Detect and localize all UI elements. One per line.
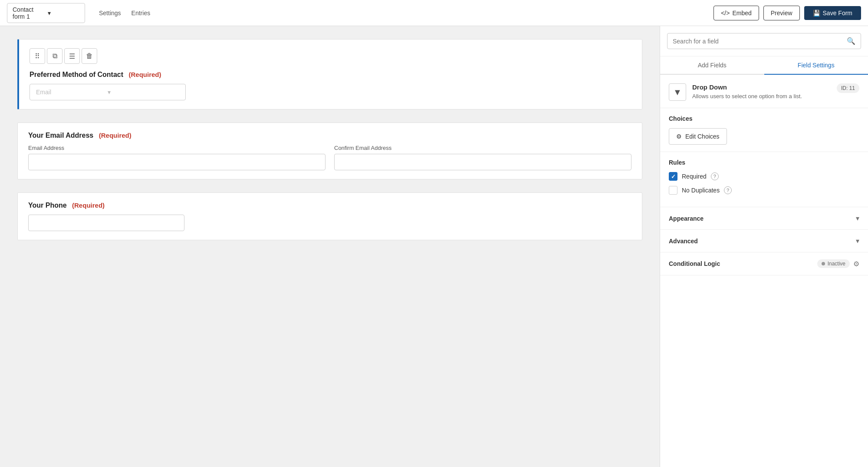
embed-code-icon: </> bbox=[721, 10, 730, 17]
email-label: Your Email Address (Required) bbox=[28, 132, 631, 139]
dropdown-field[interactable]: Email ▾ bbox=[30, 84, 186, 100]
required-label: Required bbox=[682, 173, 707, 180]
email-address-input[interactable] bbox=[28, 154, 326, 170]
email-sub-label: Email Address bbox=[28, 145, 326, 151]
chevron-down-icon: ▾ bbox=[48, 10, 79, 17]
save-icon: 💾 bbox=[813, 10, 820, 17]
nav-settings[interactable]: Settings bbox=[99, 8, 121, 18]
tab-field-settings[interactable]: Field Settings bbox=[764, 56, 868, 75]
search-input[interactable] bbox=[673, 38, 843, 45]
no-duplicates-label: No Duplicates bbox=[682, 187, 720, 194]
confirm-email-col: Confirm Email Address bbox=[334, 145, 631, 170]
preferred-contact-label: Preferred Method of Contact (Required) bbox=[30, 71, 631, 79]
field-type-icon: ▼ bbox=[669, 83, 686, 101]
conditional-logic-section[interactable]: Conditional Logic Inactive ⚙ bbox=[660, 252, 868, 275]
form-name: Contact form 1 bbox=[13, 6, 44, 20]
chevron-down-icon: ▾ bbox=[108, 89, 179, 96]
conditional-logic-label: Conditional Logic bbox=[669, 260, 720, 267]
nav-entries[interactable]: Entries bbox=[132, 8, 151, 18]
drag-handle-button[interactable]: ⠿ bbox=[30, 48, 45, 64]
edit-choices-label: Edit Choices bbox=[685, 133, 720, 140]
required-badge: (Required) bbox=[72, 202, 105, 209]
chevron-down-icon: ▾ bbox=[856, 237, 859, 245]
email-row: Email Address Confirm Email Address bbox=[28, 145, 631, 170]
header-actions: </> Embed Preview 💾 Save Form bbox=[713, 6, 861, 20]
inactive-dot bbox=[822, 262, 825, 265]
required-badge: (Required) bbox=[128, 71, 161, 78]
dropdown-value: Email bbox=[36, 89, 108, 96]
phone-label: Your Phone (Required) bbox=[28, 202, 631, 209]
rule-required-item: Required ? bbox=[669, 172, 859, 181]
choices-section: Choices ⚙ Edit Choices bbox=[660, 108, 868, 152]
save-button[interactable]: 💾 Save Form bbox=[804, 6, 861, 20]
email-address-col: Email Address bbox=[28, 145, 326, 170]
gear-icon: ⚙ bbox=[676, 133, 682, 140]
field-block-phone: Your Phone (Required) bbox=[17, 192, 642, 240]
choices-label: Choices bbox=[669, 115, 859, 122]
confirm-email-sub-label: Confirm Email Address bbox=[334, 145, 631, 151]
required-badge: (Required) bbox=[99, 132, 132, 139]
phone-input[interactable] bbox=[28, 215, 184, 231]
no-duplicates-help-icon[interactable]: ? bbox=[724, 186, 732, 194]
field-settings-button[interactable]: ☰ bbox=[64, 48, 80, 64]
trash-icon: 🗑 bbox=[86, 52, 93, 60]
field-block-email: Your Email Address (Required) Email Addr… bbox=[17, 123, 642, 179]
search-field[interactable]: 🔍 bbox=[667, 33, 861, 49]
duplicate-button[interactable]: ⧉ bbox=[47, 48, 62, 64]
conditional-right: Inactive ⚙ bbox=[817, 259, 859, 268]
drag-icon: ⠿ bbox=[35, 52, 40, 60]
field-info-text: Drop Down Allows users to select one opt… bbox=[692, 83, 802, 100]
field-label-text: Your Phone bbox=[28, 202, 67, 209]
header-nav: Settings Entries bbox=[99, 8, 150, 18]
field-info: ▼ Drop Down Allows users to select one o… bbox=[660, 75, 868, 108]
tab-add-fields[interactable]: Add Fields bbox=[660, 56, 764, 75]
field-block-preferred-contact: ⠿ ⧉ ☰ 🗑 Preferred Method of Contact (Req… bbox=[17, 39, 642, 109]
appearance-section[interactable]: Appearance ▾ bbox=[660, 207, 868, 230]
advanced-section[interactable]: Advanced ▾ bbox=[660, 230, 868, 252]
field-label-text: Preferred Method of Contact bbox=[30, 71, 123, 78]
field-toolbar: ⠿ ⧉ ☰ 🗑 bbox=[30, 48, 631, 64]
field-id-badge: ID: 11 bbox=[837, 83, 859, 93]
required-help-icon[interactable]: ? bbox=[711, 172, 719, 180]
appearance-label: Appearance bbox=[669, 215, 704, 222]
field-label-text: Your Email Address bbox=[28, 132, 93, 139]
preview-button[interactable]: Preview bbox=[763, 6, 800, 20]
settings-icon: ☰ bbox=[69, 52, 75, 60]
chevron-down-icon: ▾ bbox=[856, 214, 859, 222]
rules-label: Rules bbox=[669, 159, 859, 166]
embed-button[interactable]: </> Embed bbox=[713, 6, 759, 20]
rules-section: Rules Required ? No Duplicates ? bbox=[660, 152, 868, 207]
form-selector[interactable]: Contact form 1 ▾ bbox=[7, 3, 85, 23]
edit-choices-button[interactable]: ⚙ Edit Choices bbox=[669, 128, 727, 145]
field-type-name: Drop Down bbox=[692, 83, 802, 91]
no-duplicates-checkbox[interactable] bbox=[669, 186, 677, 195]
save-label: Save Form bbox=[823, 10, 852, 17]
field-type-description: Allows users to select one option from a… bbox=[692, 93, 802, 100]
app-header: Contact form 1 ▾ Settings Entries </> Em… bbox=[0, 0, 868, 26]
gear-icon[interactable]: ⚙ bbox=[853, 260, 859, 268]
inactive-label: Inactive bbox=[828, 261, 845, 267]
search-icon: 🔍 bbox=[847, 37, 855, 45]
confirm-email-input[interactable] bbox=[334, 154, 631, 170]
required-checkbox[interactable] bbox=[669, 172, 677, 181]
embed-label: Embed bbox=[732, 10, 751, 17]
search-wrap: 🔍 bbox=[660, 26, 868, 56]
form-canvas: ⠿ ⧉ ☰ 🗑 Preferred Method of Contact (Req… bbox=[0, 26, 660, 467]
panel-tabs: Add Fields Field Settings bbox=[660, 56, 868, 75]
delete-button[interactable]: 🗑 bbox=[82, 48, 97, 64]
main-layout: ⠿ ⧉ ☰ 🗑 Preferred Method of Contact (Req… bbox=[0, 26, 868, 467]
right-panel: 🔍 Add Fields Field Settings ▼ Drop Down … bbox=[660, 26, 868, 467]
rule-no-duplicates-item: No Duplicates ? bbox=[669, 186, 859, 195]
inactive-badge: Inactive bbox=[817, 259, 850, 268]
duplicate-icon: ⧉ bbox=[53, 52, 57, 60]
advanced-label: Advanced bbox=[669, 238, 698, 245]
